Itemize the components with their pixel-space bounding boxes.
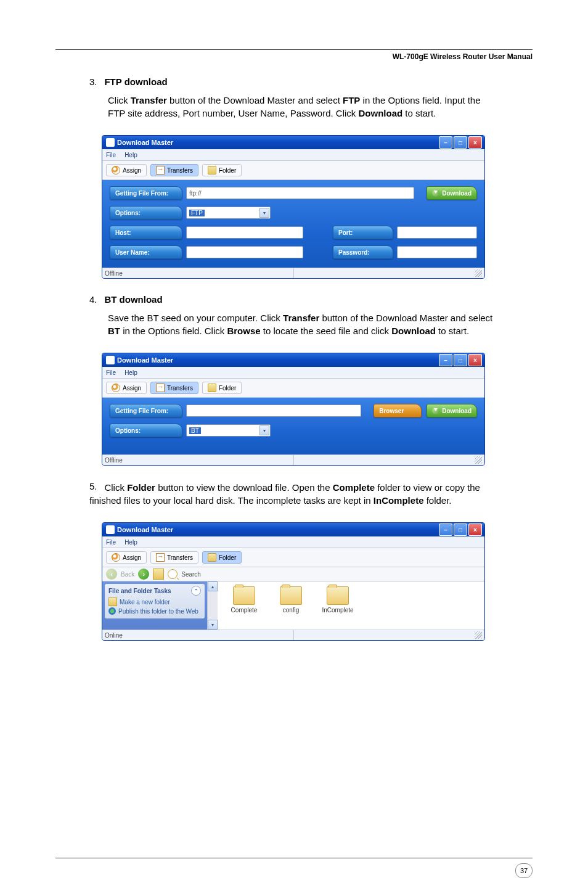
- download-icon: [432, 407, 439, 414]
- search-icon[interactable]: [168, 569, 178, 579]
- window-title: Download Master: [117, 526, 173, 533]
- nav-forward-button[interactable]: ›: [138, 569, 149, 580]
- folder-config[interactable]: config: [273, 586, 309, 614]
- minimize-button[interactable]: –: [439, 524, 452, 536]
- label-password: Password:: [333, 245, 393, 259]
- menu-help[interactable]: Help: [125, 539, 137, 546]
- download-master-window-ftp: Download Master – □ × File Help Assign T…: [102, 135, 485, 279]
- host-input[interactable]: [186, 226, 303, 239]
- folder-icon: [208, 553, 216, 562]
- lens-icon: [112, 166, 120, 175]
- maximize-button[interactable]: □: [454, 136, 467, 149]
- tab-folder[interactable]: Folder: [202, 551, 242, 564]
- port-input[interactable]: [397, 226, 477, 239]
- download-master-window-bt: Download Master – □ × File Help Assign T…: [102, 353, 485, 466]
- app-icon: [106, 356, 115, 364]
- username-input[interactable]: [186, 246, 303, 258]
- page-number: 37: [515, 863, 533, 878]
- resize-grip[interactable]: [475, 269, 482, 277]
- task-publish[interactable]: Publish this folder to the Web: [108, 607, 201, 615]
- app-icon: [106, 525, 115, 534]
- resize-grip[interactable]: [475, 456, 482, 464]
- close-button[interactable]: ×: [468, 136, 482, 149]
- file-path-input[interactable]: [186, 405, 361, 417]
- task-new-folder[interactable]: Make a new folder: [108, 598, 201, 606]
- chevron-down-icon: ▾: [259, 208, 269, 218]
- tab-assign[interactable]: Assign: [106, 551, 147, 564]
- tab-transfers[interactable]: Transfers: [150, 551, 198, 564]
- collapse-button[interactable]: ⌃: [191, 586, 201, 596]
- tab-transfers[interactable]: Transfers: [150, 382, 198, 394]
- scroll-up-icon[interactable]: ▴: [208, 581, 218, 591]
- minimize-button[interactable]: –: [439, 354, 452, 366]
- resize-grip[interactable]: [475, 631, 482, 639]
- lens-icon: [112, 553, 120, 562]
- tab-assign[interactable]: Assign: [106, 382, 147, 394]
- globe-icon: [108, 607, 116, 615]
- tab-folder[interactable]: Folder: [202, 382, 242, 394]
- arrow-icon: [156, 384, 165, 392]
- label-port: Port:: [333, 226, 393, 239]
- arrow-icon: [156, 166, 165, 175]
- label-options: Options:: [110, 424, 182, 437]
- tab-folder[interactable]: Folder: [202, 164, 242, 176]
- up-folder-icon[interactable]: [153, 569, 164, 580]
- password-input[interactable]: [397, 246, 477, 258]
- menu-help[interactable]: Help: [125, 152, 137, 158]
- tab-transfers[interactable]: Transfers: [150, 164, 198, 176]
- folder-icon: [280, 586, 302, 605]
- status-text: Offline: [105, 457, 123, 464]
- statusbar: Offline: [102, 268, 484, 278]
- arrow-icon: [156, 553, 165, 562]
- menu-file[interactable]: File: [106, 152, 116, 158]
- chevron-down-icon: ▾: [259, 425, 269, 435]
- download-master-window-folder: Download Master – □ × File Help Assign T…: [102, 522, 485, 641]
- scroll-down-icon[interactable]: ▾: [208, 620, 218, 630]
- label-getting-file-from: Getting File From:: [110, 186, 182, 200]
- status-text: Offline: [105, 270, 123, 277]
- menu-help[interactable]: Help: [125, 369, 137, 376]
- close-button[interactable]: ×: [468, 524, 482, 536]
- step3-heading: FTP download: [104, 76, 167, 87]
- options-select[interactable]: FTP▾: [186, 207, 271, 219]
- folder-complete[interactable]: Complete: [226, 586, 262, 614]
- tab-assign[interactable]: Assign: [106, 164, 147, 176]
- step4-heading: BT download: [104, 294, 162, 305]
- folder-icon: [233, 586, 255, 605]
- page-header-title: WL-700gE Wireless Router User Manual: [55, 52, 533, 61]
- download-button[interactable]: Download: [427, 404, 477, 417]
- folder-icon: [208, 384, 216, 392]
- browser-button[interactable]: Browser: [374, 404, 422, 417]
- titlebar[interactable]: Download Master – □ ×: [102, 136, 484, 149]
- titlebar[interactable]: Download Master – □ ×: [102, 353, 484, 367]
- download-button[interactable]: Download: [427, 186, 477, 200]
- close-button[interactable]: ×: [468, 354, 482, 366]
- menu-file[interactable]: File: [106, 539, 116, 546]
- nav-back-label: Back: [121, 571, 134, 578]
- label-getting-file-from: Getting File From:: [110, 404, 182, 417]
- folder-icon: [208, 166, 216, 175]
- step4-number: 4.: [89, 294, 102, 305]
- options-select[interactable]: BT▾: [186, 424, 271, 437]
- nav-back-button[interactable]: ‹: [106, 569, 117, 580]
- maximize-button[interactable]: □: [454, 354, 467, 366]
- scrollbar[interactable]: ▴ ▾: [207, 581, 218, 630]
- folder-incomplete[interactable]: InComplete: [320, 586, 356, 614]
- step3-number: 3.: [89, 76, 102, 87]
- folder-icon: [327, 586, 349, 605]
- maximize-button[interactable]: □: [454, 524, 467, 536]
- step5-body: Click Folder button to view the download…: [89, 482, 480, 506]
- step3-body: Click Transfer button of the Download Ma…: [108, 94, 499, 120]
- label-options: Options:: [110, 206, 182, 220]
- window-title: Download Master: [117, 356, 173, 364]
- url-input[interactable]: ftp://: [186, 187, 414, 199]
- new-folder-icon: [108, 598, 117, 606]
- menu-file[interactable]: File: [106, 369, 116, 376]
- folder-pane: Complete config InComplete: [218, 581, 484, 630]
- titlebar[interactable]: Download Master – □ ×: [102, 523, 484, 536]
- step5-number: 5.: [89, 481, 102, 491]
- label-username: User Name:: [110, 245, 182, 259]
- task-panel: File and Folder Tasks ⌃ Make a new folde…: [102, 581, 207, 630]
- step4-body: Save the BT seed on your computer. Click…: [108, 311, 499, 337]
- minimize-button[interactable]: –: [439, 136, 452, 149]
